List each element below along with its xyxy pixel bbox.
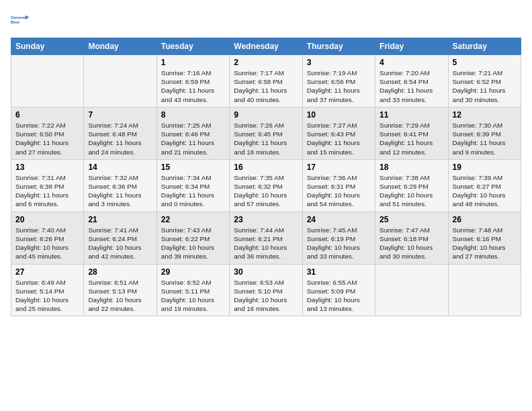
day-number: 25	[380, 215, 443, 224]
day-number: 24	[307, 215, 371, 224]
header-cell-monday: Monday	[84, 38, 157, 55]
calendar-cell	[84, 55, 157, 107]
calendar-cell: 11Sunrise: 7:29 AM Sunset: 6:41 PM Dayli…	[375, 107, 448, 159]
calendar-cell: 17Sunrise: 7:36 AM Sunset: 6:31 PM Dayli…	[302, 159, 375, 212]
calendar-header: SundayMondayTuesdayWednesdayThursdayFrid…	[11, 38, 521, 55]
svg-text:General: General	[11, 15, 26, 19]
calendar-row-4: 27Sunrise: 6:49 AM Sunset: 5:14 PM Dayli…	[11, 264, 521, 316]
day-info: Sunrise: 7:24 AM Sunset: 6:48 PM Dayligh…	[88, 121, 152, 156]
day-info: Sunrise: 7:31 AM Sunset: 6:38 PM Dayligh…	[15, 173, 79, 209]
day-number: 9	[234, 110, 298, 120]
calendar-body: 1Sunrise: 7:16 AM Sunset: 6:59 PM Daylig…	[11, 55, 521, 316]
day-number: 30	[234, 267, 298, 277]
calendar-cell: 12Sunrise: 7:30 AM Sunset: 6:39 PM Dayli…	[448, 107, 521, 159]
day-number: 5	[453, 58, 517, 67]
day-number: 1	[161, 58, 225, 67]
header-cell-thursday: Thursday	[302, 38, 375, 55]
day-info: Sunrise: 7:39 AM Sunset: 6:27 PM Dayligh…	[453, 173, 517, 209]
day-info: Sunrise: 7:36 AM Sunset: 6:31 PM Dayligh…	[307, 173, 371, 209]
calendar-row-0: 1Sunrise: 7:16 AM Sunset: 6:59 PM Daylig…	[11, 55, 521, 107]
calendar-cell: 30Sunrise: 6:53 AM Sunset: 5:10 PM Dayli…	[230, 264, 302, 316]
day-info: Sunrise: 7:43 AM Sunset: 6:22 PM Dayligh…	[161, 226, 225, 261]
calendar-cell: 19Sunrise: 7:39 AM Sunset: 6:27 PM Dayli…	[448, 159, 521, 212]
day-info: Sunrise: 7:26 AM Sunset: 6:45 PM Dayligh…	[234, 121, 298, 156]
calendar-cell: 27Sunrise: 6:49 AM Sunset: 5:14 PM Dayli…	[11, 264, 84, 316]
svg-marker-2	[26, 15, 29, 20]
day-number: 28	[88, 267, 152, 277]
calendar-cell: 3Sunrise: 7:19 AM Sunset: 6:56 PM Daylig…	[302, 55, 375, 107]
day-info: Sunrise: 7:35 AM Sunset: 6:32 PM Dayligh…	[234, 173, 298, 209]
calendar-row-3: 20Sunrise: 7:40 AM Sunset: 6:26 PM Dayli…	[11, 212, 521, 264]
day-info: Sunrise: 7:17 AM Sunset: 6:58 PM Dayligh…	[234, 68, 298, 104]
calendar-cell: 23Sunrise: 7:44 AM Sunset: 6:21 PM Dayli…	[230, 212, 302, 264]
day-number: 21	[88, 215, 152, 224]
day-info: Sunrise: 7:40 AM Sunset: 6:26 PM Dayligh…	[15, 226, 79, 261]
page-header: GeneralBlue	[11, 11, 521, 30]
day-info: Sunrise: 7:32 AM Sunset: 6:36 PM Dayligh…	[88, 173, 152, 209]
day-info: Sunrise: 7:41 AM Sunset: 6:24 PM Dayligh…	[88, 226, 152, 261]
day-info: Sunrise: 6:52 AM Sunset: 5:11 PM Dayligh…	[161, 278, 225, 314]
calendar-cell	[375, 264, 448, 316]
calendar-cell: 13Sunrise: 7:31 AM Sunset: 6:38 PM Dayli…	[11, 159, 84, 212]
day-info: Sunrise: 6:55 AM Sunset: 5:09 PM Dayligh…	[307, 278, 371, 314]
day-number: 20	[15, 215, 79, 224]
calendar-cell: 4Sunrise: 7:20 AM Sunset: 6:54 PM Daylig…	[375, 55, 448, 107]
calendar-cell: 29Sunrise: 6:52 AM Sunset: 5:11 PM Dayli…	[157, 264, 229, 316]
day-info: Sunrise: 7:25 AM Sunset: 6:46 PM Dayligh…	[161, 121, 225, 156]
day-number: 23	[234, 215, 298, 224]
day-number: 18	[380, 163, 443, 172]
calendar-row-1: 6Sunrise: 7:22 AM Sunset: 6:50 PM Daylig…	[11, 107, 521, 159]
day-info: Sunrise: 6:49 AM Sunset: 5:14 PM Dayligh…	[15, 278, 79, 314]
day-info: Sunrise: 7:44 AM Sunset: 6:21 PM Dayligh…	[234, 226, 298, 261]
day-number: 12	[453, 110, 517, 120]
day-number: 17	[307, 163, 371, 172]
day-info: Sunrise: 7:34 AM Sunset: 6:34 PM Dayligh…	[161, 173, 225, 209]
calendar-cell: 9Sunrise: 7:26 AM Sunset: 6:45 PM Daylig…	[230, 107, 302, 159]
calendar-cell: 6Sunrise: 7:22 AM Sunset: 6:50 PM Daylig…	[11, 107, 84, 159]
logo: GeneralBlue	[11, 11, 30, 30]
calendar-cell: 10Sunrise: 7:27 AM Sunset: 6:43 PM Dayli…	[302, 107, 375, 159]
day-number: 27	[15, 267, 79, 277]
calendar-cell: 1Sunrise: 7:16 AM Sunset: 6:59 PM Daylig…	[157, 55, 229, 107]
calendar-row-2: 13Sunrise: 7:31 AM Sunset: 6:38 PM Dayli…	[11, 159, 521, 212]
day-info: Sunrise: 7:21 AM Sunset: 6:52 PM Dayligh…	[453, 68, 517, 104]
calendar-cell: 24Sunrise: 7:45 AM Sunset: 6:19 PM Dayli…	[302, 212, 375, 264]
day-number: 6	[15, 110, 79, 120]
calendar-cell: 31Sunrise: 6:55 AM Sunset: 5:09 PM Dayli…	[302, 264, 375, 316]
day-info: Sunrise: 7:48 AM Sunset: 6:16 PM Dayligh…	[453, 226, 517, 261]
day-number: 14	[88, 163, 152, 172]
day-info: Sunrise: 6:51 AM Sunset: 5:13 PM Dayligh…	[88, 278, 152, 314]
calendar-table: SundayMondayTuesdayWednesdayThursdayFrid…	[11, 38, 521, 316]
day-info: Sunrise: 7:27 AM Sunset: 6:43 PM Dayligh…	[307, 121, 371, 156]
day-number: 19	[453, 163, 517, 172]
day-number: 2	[234, 58, 298, 67]
calendar-cell: 8Sunrise: 7:25 AM Sunset: 6:46 PM Daylig…	[157, 107, 229, 159]
calendar-cell: 26Sunrise: 7:48 AM Sunset: 6:16 PM Dayli…	[448, 212, 521, 264]
header-cell-saturday: Saturday	[448, 38, 521, 55]
calendar-cell: 25Sunrise: 7:47 AM Sunset: 6:18 PM Dayli…	[375, 212, 448, 264]
calendar-cell: 5Sunrise: 7:21 AM Sunset: 6:52 PM Daylig…	[448, 55, 521, 107]
day-number: 11	[380, 110, 443, 120]
header-cell-friday: Friday	[375, 38, 448, 55]
day-number: 22	[161, 215, 225, 224]
day-info: Sunrise: 7:16 AM Sunset: 6:59 PM Dayligh…	[161, 68, 225, 104]
calendar-cell: 20Sunrise: 7:40 AM Sunset: 6:26 PM Dayli…	[11, 212, 84, 264]
header-row: SundayMondayTuesdayWednesdayThursdayFrid…	[11, 38, 521, 55]
svg-text:Blue: Blue	[11, 20, 20, 24]
day-info: Sunrise: 7:30 AM Sunset: 6:39 PM Dayligh…	[453, 121, 517, 156]
calendar-cell: 28Sunrise: 6:51 AM Sunset: 5:13 PM Dayli…	[84, 264, 157, 316]
calendar-cell: 22Sunrise: 7:43 AM Sunset: 6:22 PM Dayli…	[157, 212, 229, 264]
calendar-cell: 15Sunrise: 7:34 AM Sunset: 6:34 PM Dayli…	[157, 159, 229, 212]
day-info: Sunrise: 7:29 AM Sunset: 6:41 PM Dayligh…	[380, 121, 443, 156]
day-number: 26	[453, 215, 517, 224]
day-info: Sunrise: 7:47 AM Sunset: 6:18 PM Dayligh…	[380, 226, 443, 261]
header-cell-sunday: Sunday	[11, 38, 84, 55]
day-number: 16	[234, 163, 298, 172]
day-info: Sunrise: 7:20 AM Sunset: 6:54 PM Dayligh…	[380, 68, 443, 104]
calendar-cell: 16Sunrise: 7:35 AM Sunset: 6:32 PM Dayli…	[230, 159, 302, 212]
calendar-cell: 21Sunrise: 7:41 AM Sunset: 6:24 PM Dayli…	[84, 212, 157, 264]
day-number: 7	[88, 110, 152, 120]
header-cell-wednesday: Wednesday	[230, 38, 302, 55]
day-number: 13	[15, 163, 79, 172]
day-info: Sunrise: 7:22 AM Sunset: 6:50 PM Dayligh…	[15, 121, 79, 156]
